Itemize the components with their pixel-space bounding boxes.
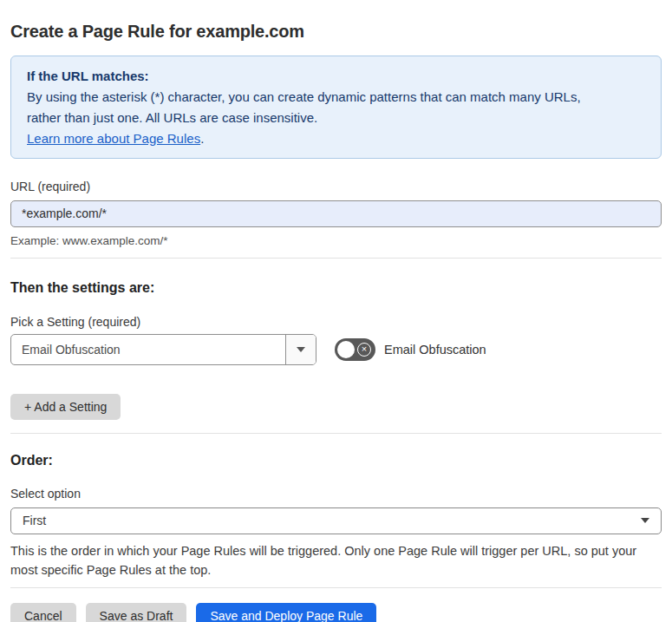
url-example-helper: Example: www.example.com/*	[10, 233, 662, 248]
url-input[interactable]	[10, 200, 662, 227]
toggle-knob	[337, 341, 355, 358]
info-box-heading: If the URL matches:	[27, 66, 645, 87]
pick-setting-label: Pick a Setting (required)	[10, 315, 662, 330]
settings-section-heading: Then the settings are:	[10, 279, 662, 296]
learn-more-link[interactable]: Learn more about Page Rules	[27, 131, 200, 146]
order-helper-line-1: This is the order in which your Page Rul…	[10, 541, 662, 560]
chevron-down-icon	[641, 518, 649, 523]
setting-select-value: Email Obfuscation	[11, 335, 285, 364]
cancel-button[interactable]: Cancel	[10, 603, 76, 622]
info-box-link-line: Learn more about Page Rules.	[27, 128, 645, 149]
page-title: Create a Page Rule for example.com	[10, 19, 662, 43]
divider	[10, 433, 662, 434]
order-helper-text: This is the order in which your Page Rul…	[10, 541, 662, 579]
order-select-value: First	[23, 514, 46, 527]
url-match-info-box: If the URL matches: By using the asteris…	[10, 56, 662, 159]
chevron-down-icon	[297, 347, 305, 352]
create-page-rule-panel: Create a Page Rule for example.com If th…	[0, 0, 672, 622]
divider	[10, 258, 662, 259]
order-select-label: Select option	[10, 487, 662, 501]
add-setting-button[interactable]: + Add a Setting	[10, 394, 121, 420]
order-select[interactable]: First	[10, 507, 662, 534]
order-section-heading: Order:	[10, 452, 662, 468]
url-field-label: URL (required)	[10, 180, 662, 194]
toggle-off-x-icon: ×	[357, 343, 371, 357]
setting-row: Email Obfuscation × Email Obfuscation	[10, 334, 662, 365]
save-as-draft-button[interactable]: Save as Draft	[86, 603, 187, 622]
info-box-body-line-2: rather than just one. All URLs are case …	[27, 108, 645, 128]
setting-select[interactable]: Email Obfuscation	[10, 334, 316, 365]
save-and-deploy-button[interactable]: Save and Deploy Page Rule	[196, 603, 376, 622]
link-suffix: .	[200, 131, 204, 146]
footer-button-row: Cancel Save as Draft Save and Deploy Pag…	[10, 603, 662, 622]
email-obfuscation-toggle[interactable]: ×	[335, 338, 375, 361]
setting-select-arrow-button[interactable]	[285, 335, 316, 364]
info-box-body-line-1: By using the asterisk (*) character, you…	[27, 87, 645, 108]
order-helper-line-2: most specific Page Rules at the top.	[10, 560, 662, 579]
divider	[10, 587, 662, 588]
toggle-label: Email Obfuscation	[384, 343, 486, 357]
